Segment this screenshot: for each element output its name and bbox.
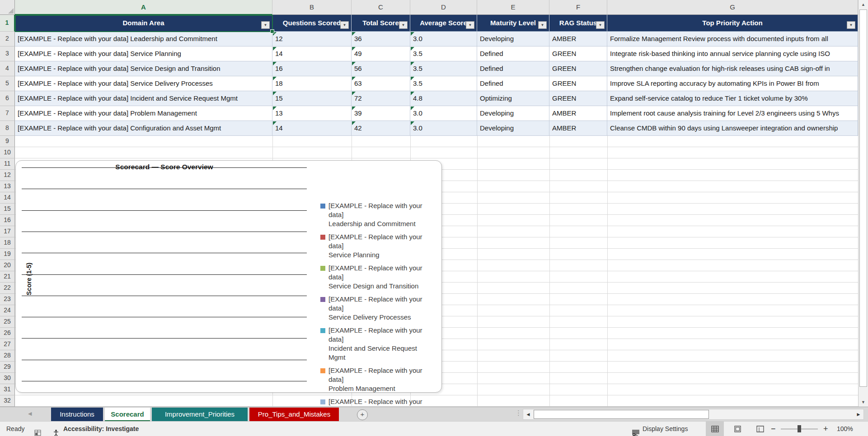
cell-action[interactable]: Improve SLA reporting accuracy by automa… (607, 76, 858, 91)
sheet-tab-pro_tips_and_mistakes[interactable]: Pro_Tips_and_Mistakes (249, 408, 339, 422)
vertical-scroll-thumb[interactable] (859, 9, 867, 387)
column-header-D[interactable]: D (410, 0, 477, 15)
cell-rag[interactable]: AMBER (549, 106, 607, 121)
cell-maturity[interactable]: Developing (477, 32, 549, 46)
cell-rag[interactable]: GREEN (549, 61, 607, 76)
cell-domain[interactable]: [EXAMPLE - Replace with your data] Servi… (15, 46, 272, 61)
row-header-2[interactable]: 2 (0, 32, 15, 46)
row-header-28[interactable]: 28 (0, 350, 15, 362)
zoom-slider-thumb[interactable] (798, 425, 801, 432)
scroll-down-icon[interactable]: ▼ (859, 398, 868, 407)
vertical-scrollbar[interactable]: ▲ ▼ (858, 0, 868, 407)
filter-button-icon[interactable]: ▼ (847, 21, 855, 29)
cell-maturity[interactable]: Developing (477, 121, 549, 136)
row-header-18[interactable]: 18 (0, 237, 15, 249)
header-cell-maturity[interactable]: Maturity Level▼ (477, 15, 549, 32)
filter-button-icon[interactable]: ▼ (261, 21, 270, 29)
row-header-23[interactable]: 23 (0, 294, 15, 305)
row-header-15[interactable]: 15 (0, 204, 15, 215)
horizontal-scrollbar[interactable]: ◀ ▶ (523, 409, 864, 420)
row-header-24[interactable]: 24 (0, 305, 15, 316)
row-header-3[interactable]: 3 (0, 46, 15, 61)
cell-questions[interactable]: 13 (272, 106, 352, 121)
score-overview-chart[interactable]: Scorecard — Score Overview Score (1-5) [… (15, 160, 442, 393)
cell-action[interactable]: Strengthen change evaluation for high-ri… (607, 61, 858, 76)
row-header-10[interactable]: 10 (0, 147, 15, 158)
cell-domain[interactable]: [EXAMPLE - Replace with your data] Incid… (15, 91, 272, 106)
filter-button-icon[interactable]: ▼ (466, 21, 474, 29)
sheet-tab-instructions[interactable]: Instructions (51, 408, 103, 422)
column-header-B[interactable]: B (272, 0, 352, 15)
accessibility-status[interactable]: Accessibility: Investigate (63, 422, 139, 436)
normal-view-button[interactable] (706, 422, 724, 436)
row-header-5[interactable]: 5 (0, 76, 15, 91)
cell-maturity[interactable]: Defined (477, 46, 549, 61)
filter-button-icon[interactable]: ▼ (340, 21, 349, 29)
column-header-F[interactable]: F (549, 0, 607, 15)
cell-maturity[interactable]: Defined (477, 76, 549, 91)
cell-average[interactable]: 4.8 (410, 91, 477, 106)
row-header-19[interactable]: 19 (0, 249, 15, 260)
macro-record-icon[interactable] (34, 425, 42, 432)
column-header-G[interactable]: G (607, 0, 858, 15)
page-layout-view-button[interactable] (728, 422, 746, 436)
row-header-1[interactable]: 1 (0, 15, 15, 32)
row-header-26[interactable]: 26 (0, 328, 15, 339)
scroll-up-icon[interactable]: ▲ (859, 0, 868, 9)
row-header-20[interactable]: 20 (0, 260, 15, 271)
row-header-9[interactable]: 9 (0, 136, 15, 147)
filter-button-icon[interactable]: ▼ (538, 21, 547, 29)
cell-maturity[interactable]: Optimizing (477, 91, 549, 106)
cell-rag[interactable]: AMBER (549, 32, 607, 46)
row-header-11[interactable]: 11 (0, 158, 15, 170)
cell-domain[interactable]: [EXAMPLE - Replace with your data] Probl… (15, 106, 272, 121)
row-header-7[interactable]: 7 (0, 106, 15, 121)
column-header-A[interactable]: A (15, 0, 272, 15)
display-settings-button[interactable]: Display Settings (643, 422, 688, 436)
cell-action[interactable]: Implement root cause analysis training f… (607, 106, 858, 121)
cell-total[interactable]: 39 (352, 106, 410, 121)
cell-questions[interactable]: 14 (272, 46, 352, 61)
scroll-right-icon[interactable]: ▶ (854, 409, 863, 419)
cell-average[interactable]: 3.0 (410, 121, 477, 136)
header-cell-questions[interactable]: Questions Scored▼ (272, 15, 352, 32)
row-header-17[interactable]: 17 (0, 226, 15, 237)
cell-questions[interactable]: 15 (272, 91, 352, 106)
cell-total[interactable]: 56 (352, 61, 410, 76)
cell-rag[interactable]: GREEN (549, 91, 607, 106)
cell-average[interactable]: 3.5 (410, 61, 477, 76)
cell-rag[interactable]: GREEN (549, 46, 607, 61)
row-header-27[interactable]: 27 (0, 339, 15, 350)
scroll-left-icon[interactable]: ◀ (523, 409, 533, 419)
tab-scroll-left-icon[interactable]: ◀ (28, 411, 32, 417)
row-header-14[interactable]: 14 (0, 192, 15, 204)
cell-total[interactable]: 42 (352, 121, 410, 136)
cell-domain[interactable]: [EXAMPLE - Replace with your data] Confi… (15, 121, 272, 136)
cell-maturity[interactable]: Defined (477, 61, 549, 76)
tab-strip-resize-grip[interactable]: ⋮ (515, 409, 521, 417)
cell-average[interactable]: 3.5 (410, 76, 477, 91)
horizontal-scroll-thumb[interactable] (534, 410, 709, 419)
header-cell-rag[interactable]: RAG Status▼ (549, 15, 607, 32)
sheet-tab-scorecard[interactable]: Scorecard (105, 408, 150, 422)
new-sheet-button[interactable]: + (357, 409, 368, 420)
row-header-22[interactable]: 22 (0, 283, 15, 294)
filter-button-icon[interactable]: ▼ (596, 21, 605, 29)
filter-button-icon[interactable]: ▼ (399, 21, 408, 29)
row-header-31[interactable]: 31 (0, 384, 15, 395)
row-header-30[interactable]: 30 (0, 373, 15, 384)
cell-questions[interactable]: 12 (272, 32, 352, 46)
cell-action[interactable]: Formalize Management Review process with… (607, 32, 858, 46)
cell-average[interactable]: 3.0 (410, 106, 477, 121)
row-header-16[interactable]: 16 (0, 215, 15, 226)
cell-questions[interactable]: 14 (272, 121, 352, 136)
row-header-21[interactable]: 21 (0, 271, 15, 283)
sheet-tab-improvement_priorities[interactable]: Improvement_Priorities (152, 408, 248, 422)
cell-questions[interactable]: 18 (272, 76, 352, 91)
cell-average[interactable]: 3.0 (410, 32, 477, 46)
header-cell-total[interactable]: Total Score▼ (352, 15, 410, 32)
row-header-29[interactable]: 29 (0, 362, 15, 373)
row-header-6[interactable]: 6 (0, 91, 15, 106)
cell-total[interactable]: 72 (352, 91, 410, 106)
cell-rag[interactable]: GREEN (549, 76, 607, 91)
